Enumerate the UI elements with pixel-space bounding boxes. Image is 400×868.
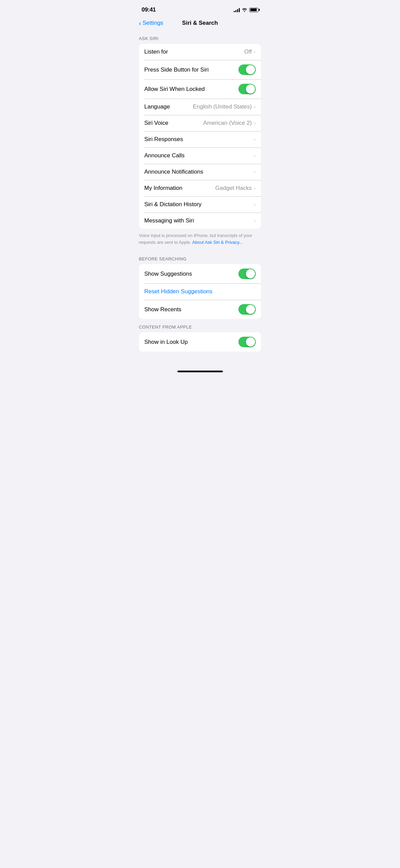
show-in-look-up-label: Show in Look Up: [144, 339, 188, 346]
listen-for-value: Off: [244, 48, 252, 55]
show-suggestions-row[interactable]: Show Suggestions: [139, 264, 261, 283]
siri-voice-row[interactable]: Siri Voice American (Voice 2) ›: [139, 115, 261, 131]
listen-for-label: Listen for: [144, 48, 168, 55]
siri-responses-row[interactable]: Siri Responses ›: [139, 131, 261, 147]
language-value: English (United States): [193, 103, 252, 110]
chevron-icon: ›: [254, 201, 256, 208]
announce-notifications-row[interactable]: Announce Notifications ›: [139, 164, 261, 180]
my-information-value: Gadget Hacks: [215, 185, 252, 192]
announce-notifications-label: Announce Notifications: [144, 169, 203, 175]
allow-siri-locked-row[interactable]: Allow Siri When Locked: [139, 79, 261, 99]
allow-siri-locked-label: Allow Siri When Locked: [144, 86, 205, 93]
siri-responses-right: ›: [254, 136, 256, 143]
siri-dictation-history-right: ›: [254, 201, 256, 208]
my-information-row[interactable]: My Information Gadget Hacks ›: [139, 180, 261, 196]
back-button[interactable]: ‹ Settings: [139, 20, 163, 26]
wifi-icon: [242, 8, 247, 12]
messaging-with-siri-label: Messaging with Siri: [144, 217, 194, 224]
announce-calls-right: ›: [254, 152, 256, 159]
nav-bar: ‹ Settings Siri & Search: [133, 18, 267, 31]
chevron-icon: ›: [254, 152, 256, 159]
language-row[interactable]: Language English (United States) ›: [139, 99, 261, 115]
battery-icon: [249, 8, 258, 12]
press-side-button-label: Press Side Button for Siri: [144, 66, 209, 73]
content-from-apple-section-header: CONTENT FROM APPLE: [133, 319, 267, 332]
siri-voice-label: Siri Voice: [144, 120, 168, 126]
messaging-with-siri-right: ›: [254, 217, 256, 224]
signal-icon: [234, 8, 240, 12]
siri-voice-right: American (Voice 2) ›: [203, 120, 256, 126]
before-searching-card: Show Suggestions Reset Hidden Suggestion…: [139, 264, 261, 319]
announce-notifications-right: ›: [254, 169, 256, 175]
language-right: English (United States) ›: [193, 103, 256, 110]
ask-siri-footer: Voice input is processed on iPhone, but …: [133, 229, 267, 251]
before-searching-section-header: BEFORE SEARCHING: [133, 251, 267, 264]
show-recents-label: Show Recents: [144, 306, 182, 313]
show-suggestions-toggle[interactable]: [238, 269, 256, 279]
status-icons: [234, 8, 258, 12]
show-recents-toggle[interactable]: [238, 304, 256, 315]
allow-siri-locked-toggle[interactable]: [238, 84, 256, 94]
back-chevron-icon: ‹: [139, 20, 141, 26]
my-information-right: Gadget Hacks ›: [215, 185, 256, 192]
chevron-icon: ›: [254, 169, 256, 175]
my-information-label: My Information: [144, 185, 182, 192]
chevron-icon: ›: [254, 136, 256, 143]
messaging-with-siri-row[interactable]: Messaging with Siri ›: [139, 213, 261, 229]
chevron-icon: ›: [254, 185, 256, 192]
announce-calls-row[interactable]: Announce Calls ›: [139, 147, 261, 164]
listen-for-right: Off ›: [244, 48, 256, 55]
show-in-look-up-toggle[interactable]: [238, 337, 256, 347]
press-side-button-row[interactable]: Press Side Button for Siri: [139, 60, 261, 79]
siri-dictation-history-label: Siri & Dictation History: [144, 201, 202, 208]
press-side-button-toggle[interactable]: [238, 64, 256, 75]
status-time: 09:41: [142, 6, 156, 13]
status-bar: 09:41: [133, 0, 267, 18]
siri-dictation-history-row[interactable]: Siri & Dictation History ›: [139, 196, 261, 213]
ask-siri-card: Listen for Off › Press Side Button for S…: [139, 44, 261, 229]
show-suggestions-label: Show Suggestions: [144, 271, 192, 277]
page-title: Siri & Search: [182, 20, 218, 26]
back-label: Settings: [143, 20, 163, 26]
show-recents-row[interactable]: Show Recents: [139, 300, 261, 319]
home-indicator: [177, 371, 223, 372]
siri-voice-value: American (Voice 2): [203, 120, 252, 126]
ask-siri-section-header: ASK SIRI: [133, 31, 267, 44]
privacy-link[interactable]: About Ask Siri & Privacy...: [192, 240, 243, 245]
content-from-apple-card: Show in Look Up: [139, 332, 261, 352]
siri-responses-label: Siri Responses: [144, 136, 183, 143]
chevron-icon: ›: [254, 48, 256, 55]
language-label: Language: [144, 103, 170, 110]
chevron-icon: ›: [254, 217, 256, 224]
announce-calls-label: Announce Calls: [144, 152, 185, 159]
listen-for-row[interactable]: Listen for Off ›: [139, 44, 261, 60]
chevron-icon: ›: [254, 120, 256, 126]
reset-hidden-suggestions-row[interactable]: Reset Hidden Suggestions: [139, 283, 261, 300]
show-in-look-up-row[interactable]: Show in Look Up: [139, 332, 261, 352]
chevron-icon: ›: [254, 103, 256, 110]
reset-hidden-suggestions-label[interactable]: Reset Hidden Suggestions: [144, 288, 212, 295]
